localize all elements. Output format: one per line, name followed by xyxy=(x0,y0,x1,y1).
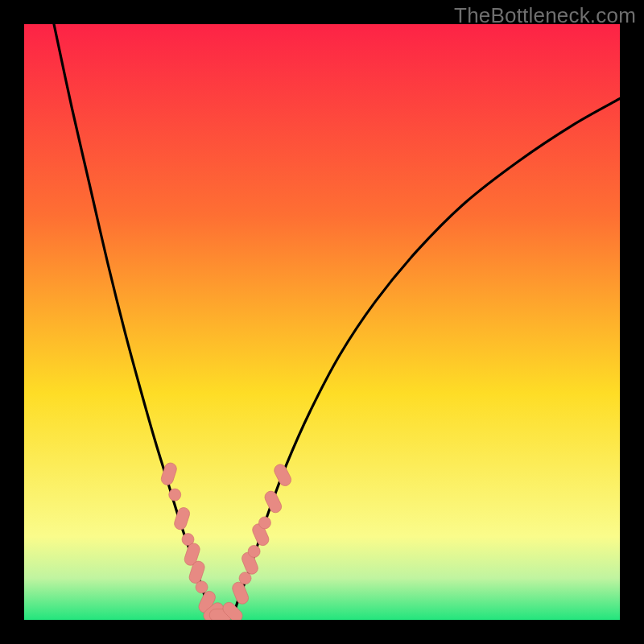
chart-frame: TheBottleneck.com xyxy=(0,0,644,644)
data-marker xyxy=(169,489,181,501)
data-marker xyxy=(248,545,260,557)
chart-svg xyxy=(24,24,620,620)
data-marker xyxy=(239,572,251,584)
data-marker xyxy=(258,517,270,529)
data-marker xyxy=(196,581,208,593)
plot-area xyxy=(24,24,620,620)
gradient-background xyxy=(24,24,620,620)
